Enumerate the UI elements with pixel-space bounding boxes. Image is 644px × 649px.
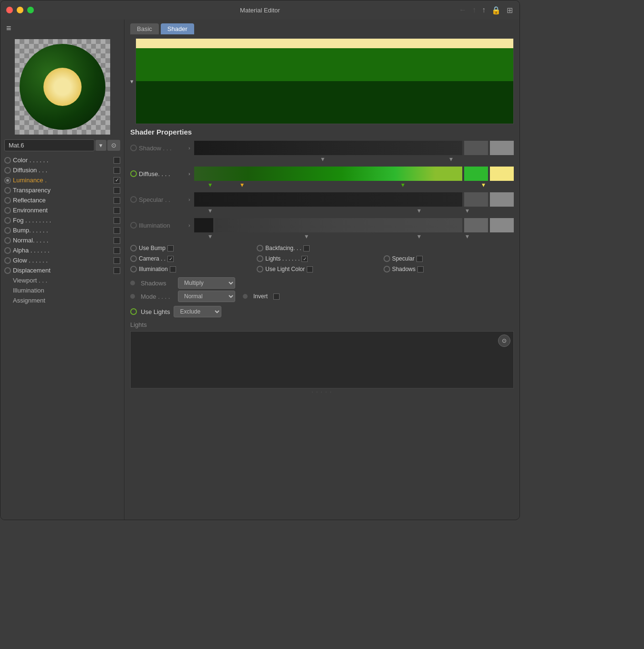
shadows-opt-checkbox[interactable] — [417, 266, 424, 272]
use-light-color-checkbox[interactable] — [307, 266, 313, 272]
sidebar-item-bump[interactable]: Bump. . . . . . — [0, 225, 124, 235]
illumination-swatch2[interactable] — [490, 218, 514, 232]
glow-checkbox[interactable] — [114, 257, 120, 264]
sidebar-item-viewport[interactable]: Viewport . . . — [0, 275, 124, 285]
sidebar-item-displacement[interactable]: Displacement — [0, 265, 124, 275]
alpha-checkbox[interactable] — [114, 247, 120, 254]
specular-expand-icon[interactable]: › — [188, 197, 190, 202]
illumination-opt-checkbox[interactable] — [170, 266, 176, 272]
reflectance-radio[interactable] — [4, 197, 11, 204]
invert-checkbox[interactable] — [273, 293, 280, 300]
illumination-handle1[interactable]: ▾ — [208, 232, 212, 240]
sidebar-item-normal[interactable]: Normal. . . . . — [0, 235, 124, 245]
lights-cursor-button[interactable]: ⊙ — [498, 335, 510, 347]
backfacing-radio[interactable] — [257, 245, 263, 251]
diffuse-expand-icon[interactable]: › — [188, 171, 190, 177]
illumination-radio[interactable] — [130, 222, 137, 229]
upload-nav-button[interactable]: ↑ — [481, 5, 487, 15]
diffuse-swatch2[interactable] — [490, 167, 514, 181]
illumination-expand-icon[interactable]: › — [188, 222, 190, 228]
illumination-handle3[interactable]: ▾ — [417, 232, 421, 240]
tab-basic[interactable]: Basic — [130, 23, 159, 34]
diffusion-checkbox[interactable] — [114, 167, 120, 174]
shadow-radio[interactable] — [130, 145, 137, 151]
bump-radio[interactable] — [4, 227, 11, 234]
minimize-button[interactable] — [17, 7, 23, 13]
camera-checkbox[interactable] — [167, 256, 174, 262]
sidebar-item-luminance[interactable]: Luminance . — [0, 175, 124, 185]
displacement-checkbox[interactable] — [114, 267, 120, 274]
specular-swatch1[interactable] — [464, 192, 488, 207]
camera-radio[interactable] — [130, 255, 137, 262]
specular-handle3[interactable]: ▾ — [466, 207, 469, 214]
shadow-gradient-bar[interactable] — [194, 141, 462, 155]
transparency-radio[interactable] — [4, 187, 11, 194]
sidebar-item-illumination[interactable]: Illumination — [0, 285, 124, 295]
sidebar-item-environment[interactable]: Environment — [0, 205, 124, 215]
material-cursor-button[interactable]: ⊙ — [107, 140, 120, 151]
lights-checkbox[interactable] — [301, 256, 308, 262]
specular-opt-checkbox[interactable] — [416, 256, 423, 262]
maximize-button[interactable] — [27, 7, 34, 13]
fog-radio[interactable] — [4, 217, 11, 224]
transparency-checkbox[interactable] — [114, 187, 120, 194]
sidebar-item-glow[interactable]: Glow . . . . . . — [0, 255, 124, 265]
illumination-handle2[interactable]: ▾ — [305, 232, 308, 240]
specular-handle1[interactable]: ▾ — [208, 207, 212, 214]
tab-shader[interactable]: Shader — [161, 23, 194, 34]
hamburger-icon[interactable]: ≡ — [6, 23, 11, 33]
sidebar-item-transparency[interactable]: Transparency — [0, 185, 124, 195]
normal-checkbox[interactable] — [114, 237, 120, 244]
lights-radio[interactable] — [257, 255, 263, 262]
environment-checkbox[interactable] — [114, 207, 120, 214]
sidebar-item-diffusion[interactable]: Diffusion . . . — [0, 165, 124, 175]
sidebar-item-alpha[interactable]: Alpha . . . . . . — [0, 245, 124, 255]
close-button[interactable] — [6, 7, 13, 13]
diffuse-swatch1[interactable] — [464, 167, 488, 181]
mode-dropdown-select[interactable]: Normal Multiply Add — [178, 291, 235, 302]
reflectance-checkbox[interactable] — [114, 197, 120, 204]
glow-radio[interactable] — [4, 257, 11, 264]
shadows-opt-radio[interactable] — [384, 266, 390, 272]
luminance-checkbox[interactable] — [114, 177, 120, 184]
sidebar-item-reflectance[interactable]: Reflectance — [0, 195, 124, 205]
fog-checkbox[interactable] — [114, 217, 120, 224]
diffuse-gradient-bar[interactable] — [194, 167, 462, 181]
use-bump-radio[interactable] — [130, 245, 137, 251]
use-lights-radio[interactable] — [130, 308, 137, 315]
specular-opt-radio[interactable] — [384, 255, 390, 262]
sidebar-item-fog[interactable]: Fog . . . . . . . . — [0, 215, 124, 225]
normal-radio[interactable] — [4, 237, 11, 244]
material-name-input[interactable] — [4, 139, 94, 151]
displacement-radio[interactable] — [4, 267, 11, 274]
diffuse-radio[interactable] — [130, 170, 137, 177]
diffusion-radio[interactable] — [4, 167, 11, 174]
shadows-dropdown-select[interactable]: Multiply Normal Add — [178, 277, 235, 289]
sidebar-item-assignment[interactable]: Assignment — [0, 295, 124, 305]
diffuse-handle2[interactable]: ▾ — [240, 181, 244, 188]
specular-gradient-bar[interactable] — [194, 192, 462, 207]
shadow-swatch2[interactable] — [490, 141, 514, 155]
specular-radio[interactable] — [130, 196, 137, 203]
bump-checkbox[interactable] — [114, 227, 120, 234]
color-strip-dropdown-arrow[interactable]: ▾ — [130, 78, 134, 85]
color-checkbox[interactable] — [114, 157, 120, 164]
shadow-swatch1[interactable] — [464, 141, 488, 155]
illumination-gradient-bar[interactable] — [215, 218, 462, 232]
illumination-handle4[interactable]: ▾ — [466, 232, 469, 240]
diffuse-handle3[interactable]: ▾ — [401, 181, 405, 188]
backfacing-checkbox[interactable] — [303, 245, 310, 251]
diffuse-handle4[interactable]: ▾ — [482, 181, 485, 188]
expand-nav-button[interactable]: ⊞ — [506, 5, 514, 16]
alpha-radio[interactable] — [4, 247, 11, 254]
environment-radio[interactable] — [4, 207, 11, 214]
specular-swatch2[interactable] — [490, 192, 514, 207]
diffuse-handle1[interactable]: ▾ — [208, 181, 212, 188]
up-nav-button[interactable]: ↑ — [471, 5, 477, 15]
illumination-opt-radio[interactable] — [130, 266, 137, 272]
material-arrow-button[interactable]: ▾ — [95, 140, 106, 151]
illumination-swatch1[interactable] — [464, 218, 488, 232]
resize-handle[interactable]: · · · · · — [130, 388, 514, 396]
specular-handle2[interactable]: ▾ — [417, 207, 421, 214]
shadow-handle2[interactable]: ▾ — [449, 155, 453, 163]
